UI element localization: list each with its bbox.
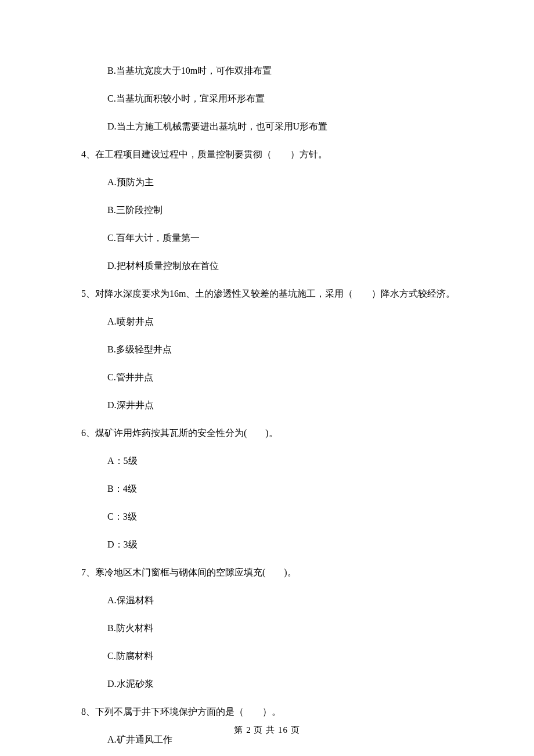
- q3-option-b: B.当基坑宽度大于10m时，可作双排布置: [75, 64, 459, 78]
- q6-option-c: C：3级: [75, 510, 459, 524]
- q5-text: 5、对降水深度要求为16m、土的渗透性又较差的基坑施工，采用（ ）降水方式较经济…: [75, 287, 459, 301]
- q5-option-b: B.多级轻型井点: [75, 343, 459, 357]
- q6-text: 6、煤矿许用炸药按其瓦斯的安全性分为( )。: [75, 426, 459, 440]
- q5-option-a: A.喷射井点: [75, 315, 459, 329]
- q5-option-d: D.深井井点: [75, 398, 459, 412]
- q6-option-b: B：4级: [75, 482, 459, 496]
- q7-option-c: C.防腐材料: [75, 649, 459, 663]
- q7-option-b: B.防火材料: [75, 621, 459, 635]
- q5-option-c: C.管井井点: [75, 370, 459, 384]
- q7-option-a: A.保温材料: [75, 593, 459, 607]
- q4-option-b: B.三阶段控制: [75, 203, 459, 217]
- q4-option-a: A.预防为主: [75, 175, 459, 189]
- q7-option-d: D.水泥砂浆: [75, 677, 459, 691]
- document-page: B.当基坑宽度大于10m时，可作双排布置 C.当基坑面积较小时，宜采用环形布置 …: [0, 0, 534, 747]
- q4-option-c: C.百年大计，质量第一: [75, 231, 459, 245]
- q3-option-d: D.当土方施工机械需要进出基坑时，也可采用U形布置: [75, 120, 459, 134]
- q7-text: 7、寒冷地区木门窗框与砌体间的空隙应填充( )。: [75, 566, 459, 579]
- q8-text: 8、下列不属于井下环境保护方面的是（ ）。: [75, 705, 459, 719]
- q6-option-a: A：5级: [75, 454, 459, 468]
- q4-option-d: D.把材料质量控制放在首位: [75, 259, 459, 273]
- q3-option-c: C.当基坑面积较小时，宜采用环形布置: [75, 92, 459, 106]
- q6-option-d: D：3级: [75, 538, 459, 552]
- page-footer: 第 2 页 共 16 页: [0, 723, 534, 737]
- q4-text: 4、在工程项目建设过程中，质量控制要贯彻（ ）方针。: [75, 147, 459, 161]
